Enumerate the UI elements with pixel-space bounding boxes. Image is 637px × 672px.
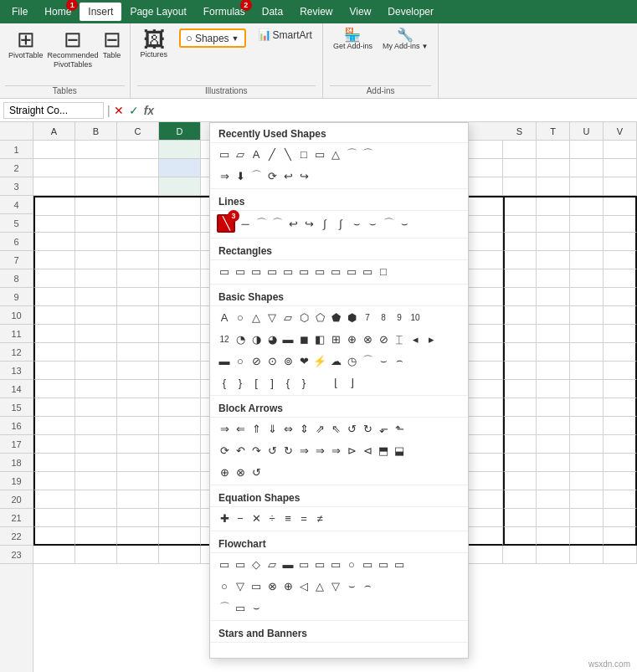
bs-hex3[interactable]: ⬢ xyxy=(344,310,359,325)
line-arc4[interactable]: ⌣ xyxy=(397,216,412,231)
bs-oval[interactable]: ○ xyxy=(233,353,248,368)
pivottable-button[interactable]: ⊞ PivotTable xyxy=(5,27,47,62)
menu-file[interactable]: File xyxy=(3,3,36,21)
cell-b2[interactable] xyxy=(75,159,117,177)
shape-rect[interactable]: ▭ xyxy=(217,146,232,162)
cell-t6[interactable] xyxy=(537,233,570,251)
cell-t17[interactable] xyxy=(537,435,570,454)
bs-10[interactable]: 10 xyxy=(408,310,423,325)
fc-tri[interactable]: ▽ xyxy=(233,578,248,593)
shape-loop[interactable]: ⟳ xyxy=(265,168,280,183)
fc-rrect[interactable]: ▭ xyxy=(233,557,248,572)
cell-b16[interactable] xyxy=(75,417,117,435)
cell-s4[interactable] xyxy=(503,197,537,216)
cell-c1[interactable] xyxy=(117,141,159,159)
cell-u4[interactable] xyxy=(570,197,604,216)
cell-u11[interactable] xyxy=(570,325,604,343)
cell-v21[interactable] xyxy=(604,509,637,527)
cell-t23[interactable] xyxy=(537,546,570,564)
ba-ul[interactable]: ⇖ xyxy=(328,421,343,436)
cell-v8[interactable] xyxy=(604,269,637,288)
cell-b18[interactable] xyxy=(75,454,117,472)
cell-a10[interactable] xyxy=(33,306,75,325)
bs-arc3[interactable]: ⌣ xyxy=(376,353,391,368)
eq-times[interactable]: ✕ xyxy=(249,510,264,526)
shape-rect2[interactable]: □ xyxy=(296,146,311,162)
ba-plus[interactable]: ⊕ xyxy=(217,464,232,480)
row-num-1[interactable]: 1 xyxy=(0,141,33,159)
bs-plus[interactable]: ⊕ xyxy=(344,331,359,346)
cell-u21[interactable] xyxy=(570,509,604,527)
row-num-9[interactable]: 9 xyxy=(0,288,33,306)
line-arc-r[interactable]: ↪ xyxy=(301,216,316,231)
eq-div[interactable]: ÷ xyxy=(265,510,280,526)
cell-u23[interactable] xyxy=(570,546,604,564)
col-header-c[interactable]: C xyxy=(117,122,159,140)
cell-c8[interactable] xyxy=(117,269,159,288)
cell-c9[interactable] xyxy=(117,288,159,306)
fc-oval[interactable]: ○ xyxy=(344,557,359,572)
cell-s3[interactable] xyxy=(503,177,537,196)
fc-rect3[interactable]: ▭ xyxy=(296,557,311,572)
cell-b11[interactable] xyxy=(75,325,117,343)
cell-c22[interactable] xyxy=(117,527,159,546)
shape-arc-left[interactable]: ↩ xyxy=(280,168,295,183)
bs-12[interactable]: 12 xyxy=(217,331,232,346)
menu-page-layout[interactable]: Page Layout xyxy=(121,3,194,21)
ba-up[interactable]: ⇑ xyxy=(249,421,264,436)
cell-c16[interactable] xyxy=(117,417,159,435)
row-num-6[interactable]: 6 xyxy=(0,233,33,251)
cell-t5[interactable] xyxy=(537,214,570,233)
cell-d6[interactable] xyxy=(159,233,201,251)
cell-a21[interactable] xyxy=(33,509,75,527)
cell-u20[interactable] xyxy=(570,490,604,509)
cell-d3[interactable] xyxy=(159,177,201,196)
menu-view[interactable]: View xyxy=(342,3,380,21)
insert-function-icon[interactable]: fx xyxy=(144,104,154,117)
cell-d13[interactable] xyxy=(159,362,201,380)
bs-heart[interactable]: ❤ xyxy=(296,353,311,368)
bs-floor-l[interactable]: ⌊ xyxy=(328,375,343,390)
fc-rect8[interactable]: ▭ xyxy=(392,557,407,572)
shape-arrow-right[interactable]: ⇒ xyxy=(217,168,232,183)
cell-v20[interactable] xyxy=(604,490,637,509)
cell-s22[interactable] xyxy=(503,527,537,546)
cell-a17[interactable] xyxy=(33,435,75,454)
cell-b3[interactable] xyxy=(75,177,117,196)
bs-brace-r[interactable]: } xyxy=(233,375,248,390)
cell-c20[interactable] xyxy=(117,490,159,509)
cell-b8[interactable] xyxy=(75,269,117,288)
cell-c6[interactable] xyxy=(117,233,159,251)
bs-floor-r[interactable]: ⌋ xyxy=(344,375,359,390)
cell-a20[interactable] xyxy=(33,490,75,509)
col-header-v[interactable]: V xyxy=(604,122,637,140)
row-num-10[interactable]: 10 xyxy=(0,306,33,325)
bs-x[interactable]: ⊗ xyxy=(360,331,375,346)
accept-formula-icon[interactable]: ✓ xyxy=(129,104,139,117)
cell-t10[interactable] xyxy=(537,306,570,325)
get-addins-button[interactable]: 🏪 Get Add-ins xyxy=(330,27,376,52)
cell-c11[interactable] xyxy=(117,325,159,343)
eq-eq[interactable]: ≡ xyxy=(280,510,295,526)
cell-a23[interactable] xyxy=(33,546,75,564)
bs-qcircle[interactable]: ◔ xyxy=(233,331,248,346)
cell-b14[interactable] xyxy=(75,380,117,398)
fc-diamond[interactable]: ◇ xyxy=(249,557,264,572)
cell-s18[interactable] xyxy=(503,454,537,472)
menu-insert[interactable]: Insert xyxy=(80,3,121,21)
fc-sq[interactable]: ▭ xyxy=(249,578,264,593)
cell-t4[interactable] xyxy=(537,197,570,216)
cell-b10[interactable] xyxy=(75,306,117,325)
cell-c17[interactable] xyxy=(117,435,159,454)
cell-b22[interactable] xyxy=(75,527,117,546)
formula-input[interactable] xyxy=(157,103,634,118)
cell-u13[interactable] xyxy=(570,362,604,380)
row-num-13[interactable]: 13 xyxy=(0,362,33,380)
col-header-t[interactable]: T xyxy=(537,122,570,140)
line-straight[interactable]: ─ xyxy=(238,216,253,231)
cell-b6[interactable] xyxy=(75,233,117,251)
row-num-14[interactable]: 14 xyxy=(0,380,33,398)
cell-c21[interactable] xyxy=(117,509,159,527)
cell-c19[interactable] xyxy=(117,472,159,490)
row-num-22[interactable]: 22 xyxy=(0,527,33,546)
